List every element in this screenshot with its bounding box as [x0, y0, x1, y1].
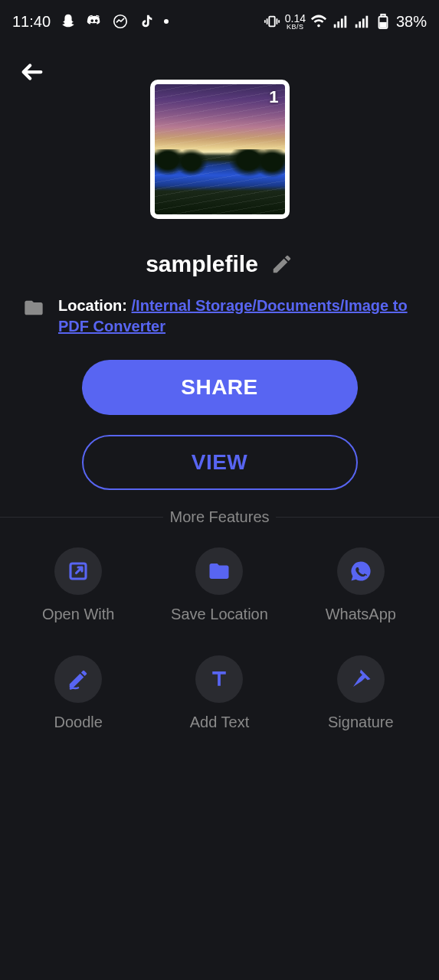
- svg-rect-12: [380, 23, 385, 28]
- status-time: 11:40: [12, 13, 51, 31]
- wifi-icon: [310, 13, 327, 30]
- discord-icon: [86, 13, 103, 30]
- snapchat-icon: [60, 13, 77, 30]
- svg-rect-7: [359, 21, 361, 28]
- preview-image: [155, 84, 285, 214]
- share-button[interactable]: SHARE: [82, 360, 358, 415]
- network-speed: 0.14 KB/S: [285, 13, 306, 31]
- more-features-label: More Features: [163, 508, 275, 526]
- svg-rect-2: [334, 24, 336, 28]
- open-with-icon: [67, 560, 90, 583]
- status-bar: 11:40 0.14 KB/S: [0, 0, 439, 43]
- feature-add-text[interactable]: Add Text: [149, 655, 290, 731]
- location-text: Location: /Internal Storage/Documents/Im…: [58, 296, 416, 337]
- svg-rect-9: [365, 16, 368, 28]
- more-features-separator: More Features: [0, 508, 439, 526]
- preview-card[interactable]: 1: [150, 80, 290, 219]
- signal-icon-2: [353, 13, 370, 30]
- feature-label: WhatsApp: [326, 606, 396, 623]
- location-label: Location:: [58, 297, 132, 314]
- signature-icon: [349, 668, 372, 691]
- feature-save-location[interactable]: Save Location: [149, 547, 290, 623]
- feature-label: Signature: [328, 714, 394, 731]
- location-row: Location: /Internal Storage/Documents/Im…: [0, 296, 439, 337]
- messenger-icon: [112, 13, 129, 30]
- file-name: samplefile: [146, 251, 258, 277]
- feature-signature[interactable]: Signature: [290, 655, 431, 731]
- feature-open-with[interactable]: Open With: [8, 547, 149, 623]
- page-count-badge: 1: [269, 87, 278, 107]
- doodle-icon: [67, 668, 90, 691]
- back-button[interactable]: [17, 57, 48, 87]
- text-icon: [208, 668, 231, 691]
- feature-label: Save Location: [171, 606, 268, 623]
- svg-rect-8: [362, 18, 365, 28]
- pencil-icon: [270, 253, 293, 276]
- svg-rect-3: [337, 21, 339, 28]
- battery-icon: [375, 13, 391, 30]
- view-button[interactable]: VIEW: [82, 435, 358, 490]
- tiktok-icon: [138, 13, 155, 30]
- feature-label: Doodle: [54, 714, 102, 731]
- edit-name-button[interactable]: [270, 253, 293, 276]
- feature-doodle[interactable]: Doodle: [8, 655, 149, 731]
- svg-rect-5: [344, 16, 346, 28]
- svg-rect-6: [355, 24, 358, 28]
- vibrate-icon: [264, 13, 280, 30]
- status-right: 0.14 KB/S 38%: [264, 13, 427, 31]
- feature-grid: Open With Save Location WhatsApp Doodle …: [0, 547, 439, 731]
- svg-rect-4: [341, 18, 343, 28]
- status-left: 11:40: [12, 13, 169, 31]
- folder-icon: [23, 297, 44, 318]
- signal-icon-1: [332, 13, 349, 30]
- battery-percent: 38%: [396, 13, 427, 31]
- feature-label: Add Text: [190, 714, 249, 731]
- arrow-left-icon: [19, 59, 45, 85]
- folder-solid-icon: [208, 560, 231, 583]
- feature-label: Open With: [42, 606, 114, 623]
- whatsapp-icon: [349, 560, 372, 583]
- svg-rect-1: [269, 17, 274, 27]
- notification-dot: [164, 19, 169, 24]
- feature-whatsapp[interactable]: WhatsApp: [290, 547, 431, 623]
- svg-rect-11: [381, 15, 385, 17]
